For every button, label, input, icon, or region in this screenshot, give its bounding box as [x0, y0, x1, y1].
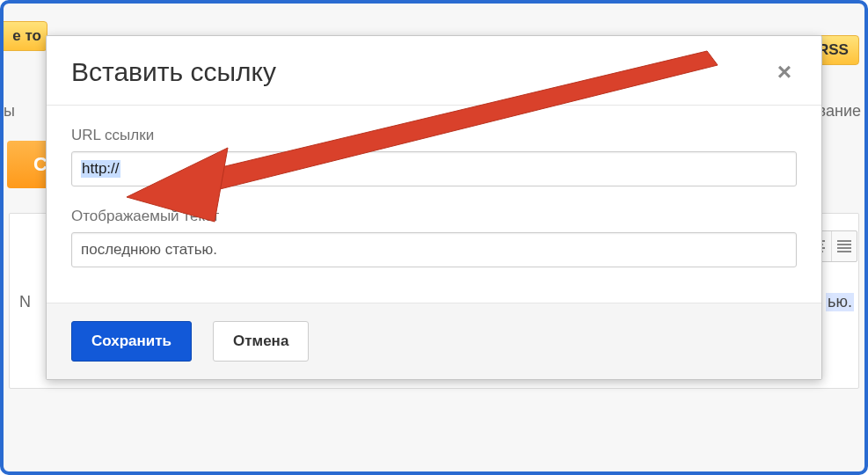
- modal-title: Вставить ссылку: [71, 57, 276, 87]
- cancel-button[interactable]: Отмена: [213, 321, 309, 362]
- bg-text-fragment-left: ы: [4, 102, 15, 121]
- bg-editor-text-right: ью.: [826, 293, 854, 311]
- close-icon[interactable]: ×: [772, 58, 797, 86]
- url-label: URL ссылки: [71, 127, 797, 144]
- modal-header: Вставить ссылку ×: [47, 36, 821, 106]
- bg-orange-button-fragment: С: [7, 141, 49, 188]
- insert-link-modal: Вставить ссылку × URL ссылки http:// Ото…: [46, 35, 822, 380]
- url-field-group: URL ссылки http://: [71, 127, 797, 186]
- app-frame: е то RSS ы ование С N ью. Вставить ссылк…: [0, 0, 868, 475]
- modal-body: URL ссылки http:// Отображаемый текст: [47, 106, 821, 303]
- bg-button-fragment-left: е то: [0, 21, 47, 51]
- url-input-value: http://: [81, 160, 120, 178]
- display-text-label: Отображаемый текст: [71, 208, 797, 225]
- modal-footer: Сохранить Отмена: [47, 303, 821, 379]
- display-text-input[interactable]: [71, 232, 797, 267]
- display-text-field-group: Отображаемый текст: [71, 208, 797, 267]
- save-button[interactable]: Сохранить: [71, 321, 192, 362]
- url-input[interactable]: http://: [71, 151, 797, 186]
- align-icon: [832, 231, 857, 261]
- bg-editor-text-left: N: [19, 293, 31, 311]
